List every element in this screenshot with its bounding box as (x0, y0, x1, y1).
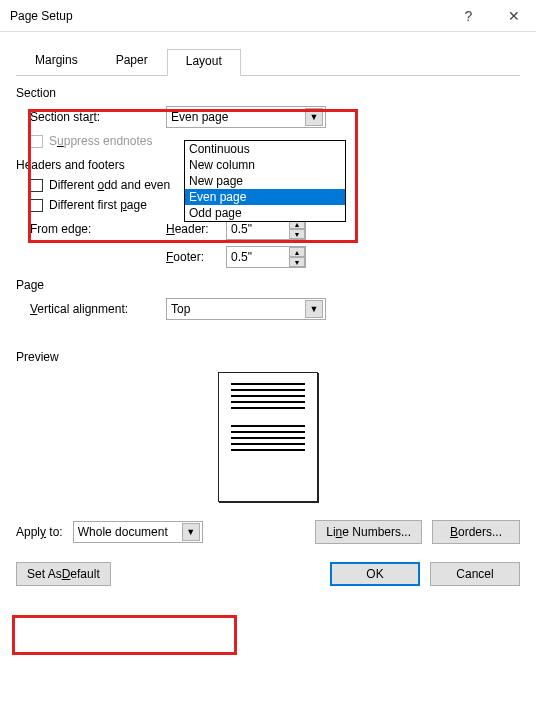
tab-layout-label: Layout (186, 54, 222, 68)
diff-first-page-label: Different first page (49, 198, 147, 212)
section-heading: Section (16, 86, 520, 100)
section-start-dropdown[interactable]: ContinuousNew columnNew pageEven pageOdd… (184, 140, 346, 222)
suppress-endnotes-checkbox (30, 135, 43, 148)
dialog-body: Margins Paper Layout Section Section sta… (0, 32, 536, 598)
diff-odd-even-label: Different odd and even (49, 178, 170, 192)
borders-button[interactable]: Borders... (432, 520, 520, 544)
dropdown-option[interactable]: Continuous (185, 141, 345, 157)
section-start-value: Even page (171, 110, 228, 124)
apply-to-value: Whole document (78, 525, 168, 539)
tab-margins[interactable]: Margins (16, 48, 97, 75)
section-start-combo[interactable]: Even page ▼ (166, 106, 326, 128)
help-icon[interactable]: ? (446, 1, 491, 31)
titlebar: Page Setup ? ✕ (0, 0, 536, 32)
line-numbers-button[interactable]: Line Numbers... (315, 520, 422, 544)
set-default-button[interactable]: Set As Default (16, 562, 111, 586)
dropdown-option[interactable]: New page (185, 173, 345, 189)
page-heading: Page (16, 278, 520, 292)
apply-to-label: Apply to: (16, 525, 63, 539)
footer-spinner[interactable]: 0.5" ▲▼ (226, 246, 306, 268)
dropdown-option[interactable]: Odd page (185, 205, 345, 221)
suppress-endnotes-label: Suppress endnotes (49, 134, 152, 148)
diff-odd-even-checkbox[interactable] (30, 179, 43, 192)
footer-label: Footer: (166, 250, 226, 264)
section-start-label: Section start: (30, 110, 166, 124)
tab-layout[interactable]: Layout (167, 49, 241, 76)
cancel-button[interactable]: Cancel (430, 562, 520, 586)
preview-page (218, 372, 318, 502)
diff-first-page-checkbox[interactable] (30, 199, 43, 212)
annotation-highlight (12, 615, 237, 655)
chevron-down-icon[interactable]: ▼ (289, 229, 305, 239)
valign-label: Vertical alignment: (30, 302, 166, 316)
chevron-down-icon[interactable]: ▼ (305, 108, 323, 126)
dialog-title: Page Setup (10, 9, 73, 23)
valign-combo[interactable]: Top ▼ (166, 298, 326, 320)
chevron-down-icon[interactable]: ▼ (305, 300, 323, 318)
dropdown-option[interactable]: Even page (185, 189, 345, 205)
close-icon[interactable]: ✕ (491, 1, 536, 31)
tab-margins-label: Margins (35, 53, 78, 67)
apply-to-combo[interactable]: Whole document ▼ (73, 521, 203, 543)
tab-strip: Margins Paper Layout (16, 48, 520, 76)
chevron-down-icon[interactable]: ▼ (289, 257, 305, 267)
valign-value: Top (171, 302, 190, 316)
dropdown-option[interactable]: New column (185, 157, 345, 173)
ok-button[interactable]: OK (330, 562, 420, 586)
chevron-down-icon[interactable]: ▼ (182, 523, 200, 541)
tab-paper-label: Paper (116, 53, 148, 67)
header-value: 0.5" (231, 222, 252, 236)
footer-value: 0.5" (231, 250, 252, 264)
tab-paper[interactable]: Paper (97, 48, 167, 75)
chevron-up-icon[interactable]: ▲ (289, 247, 305, 257)
preview-heading: Preview (16, 350, 520, 364)
header-label: Header: (166, 222, 226, 236)
from-edge-label: From edge: (30, 222, 166, 236)
